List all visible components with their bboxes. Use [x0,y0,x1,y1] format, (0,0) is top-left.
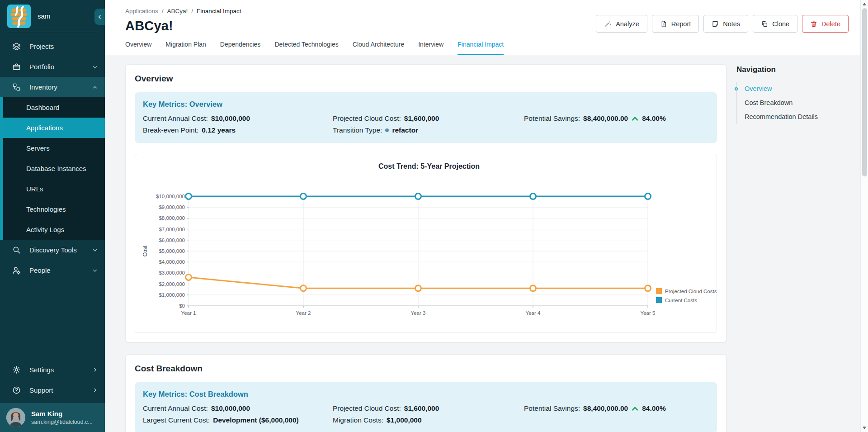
sidebar-item-portfolio[interactable]: Portfolio [0,57,105,77]
profile-text: Sam King sam.king@tidalcloud.c... [31,410,93,425]
sidebar-item-label: Inventory [29,83,57,91]
delete-label: Delete [821,20,840,28]
sidebar-collapse-button[interactable] [94,9,105,25]
active-section-dot [735,87,738,90]
tab-interview[interactable]: Interview [418,41,443,55]
delete-button[interactable]: Delete [802,15,849,33]
sidebar-item-discovery-tools[interactable]: Discovery Tools [0,240,105,260]
svg-text:$4,000,000: $4,000,000 [159,259,185,265]
svg-text:Year 3: Year 3 [411,310,426,316]
report-document-icon [660,20,667,28]
metric-potential-savings: Potential Savings:$8,400,000.00 84.00% [524,114,709,123]
clone-icon [761,20,768,28]
svg-text:$6,000,000: $6,000,000 [159,237,185,243]
hierarchy-icon [12,83,21,91]
layers-icon [12,42,21,51]
sidebar-item-servers[interactable]: Servers [3,138,105,158]
sidebar-item-activity-logs[interactable]: Activity Logs [3,219,105,240]
user-profile[interactable]: Sam King sam.king@tidalcloud.c... [0,403,105,432]
tab-dependencies[interactable]: Dependencies [220,41,261,55]
svg-text:$10,000,000: $10,000,000 [156,194,185,199]
sidebar-item-inventory[interactable]: Inventory [0,77,105,97]
sidebar-item-settings[interactable]: Settings [0,360,105,380]
sidebar-item-label: Discovery Tools [29,246,77,254]
analyze-button[interactable]: Analyze [596,15,647,33]
action-buttons: Analyze Report Notes Clone Delete [596,15,849,33]
sidebar-item-people[interactable]: People [0,260,105,280]
chevron-right-icon [92,387,98,393]
search-icon [12,246,21,254]
scrollbar-up-arrow[interactable] [863,3,866,5]
analyze-label: Analyze [616,20,639,28]
tab-cloud-architecture[interactable]: Cloud Architecture [353,41,404,55]
sidebar: sam Projects Portfolio Inventory Dashboa… [0,0,105,432]
tab-migration-plan[interactable]: Migration Plan [165,41,206,55]
tidal-logo [7,5,31,28]
profile-email: sam.king@tidalcloud.c... [31,419,93,425]
sidebar-item-support[interactable]: Support [0,380,105,400]
tab-detected-technologies[interactable]: Detected Technologies [274,41,338,55]
svg-text:$2,000,000: $2,000,000 [159,281,185,287]
scrollbar-thumb[interactable] [862,8,867,176]
page-header: Applications / ABCya! / Financial Impact… [105,0,860,55]
people-gear-icon [12,266,21,275]
page-nav-item-recommendation-details[interactable]: Recommendation Details [737,110,850,124]
cost-breakdown-section-card: Cost Breakdown Key Metrics: Cost Breakdo… [125,354,726,432]
overview-metrics-grid: Current Annual Cost:$10,000,000 Projecte… [143,114,709,134]
breadcrumb-app[interactable]: ABCya! [167,8,188,14]
svg-text:Projected Cloud Costs: Projected Cloud Costs [665,289,717,294]
metric-current-annual-cost: Current Annual Cost:$10,000,000 [143,404,333,413]
svg-text:Year 2: Year 2 [296,310,311,316]
cost-trend-chart-card: $0$1,000,000$2,000,000$3,000,000$4,000,0… [135,154,717,333]
sidebar-item-dashboard[interactable]: Dashboard [3,97,105,118]
metric-projected-cloud-cost: Projected Cloud Cost:$1,600,000 [333,114,524,123]
key-metrics-overview-panel: Key Metrics: Overview Current Annual Cos… [135,92,717,143]
profile-name: Sam King [31,410,93,418]
svg-text:$0: $0 [179,303,185,309]
page-navigation-heading: Navigation [736,65,850,74]
sidebar-item-label: Database Instances [26,165,86,172]
sidebar-item-urls[interactable]: URLs [3,179,105,199]
page-navigation-panel: Navigation Overview Cost Breakdown Recom… [736,64,850,124]
sidebar-item-label: Technologies [26,205,66,213]
sidebar-item-label: Portfolio [29,63,54,71]
breadcrumb-applications[interactable]: Applications [125,8,158,14]
report-label: Report [671,20,691,28]
help-icon [12,386,21,394]
chevron-down-icon [92,64,98,70]
sidebar-item-label: Activity Logs [26,226,64,233]
svg-text:Cost: Cost [142,245,148,256]
clone-button[interactable]: Clone [753,15,797,33]
sidebar-item-database-instances[interactable]: Database Instances [3,158,105,179]
page-nav-item-overview[interactable]: Overview [737,82,850,96]
svg-text:$3,000,000: $3,000,000 [159,270,185,275]
page-nav-item-cost-breakdown[interactable]: Cost Breakdown [737,96,850,110]
note-icon [712,20,719,28]
metric-migration-costs: Migration Costs:$1,000,000 [333,416,524,424]
chevron-up-icon [92,84,98,90]
tab-overview[interactable]: Overview [125,41,151,55]
svg-text:Year 1: Year 1 [181,310,196,316]
report-button[interactable]: Report [652,15,699,33]
transition-type-dot [385,128,389,132]
sidebar-item-applications[interactable]: Applications [3,118,105,138]
sidebar-item-projects[interactable]: Projects [0,36,105,57]
breadcrumb-separator: / [191,8,193,14]
sidebar-item-technologies[interactable]: Technologies [3,199,105,219]
scrollbar-down-arrow[interactable] [863,427,866,429]
workspace-name: sam [38,12,50,20]
sidebar-item-label: Servers [26,144,50,152]
cost-trend-chart: $0$1,000,000$2,000,000$3,000,000$4,000,0… [135,154,717,332]
overview-heading: Overview [135,74,717,84]
key-metrics-overview-title: Key Metrics: Overview [143,100,709,109]
svg-text:$7,000,000: $7,000,000 [159,227,185,232]
metric-break-even: Break-even Point:0.12 years [143,126,333,134]
chevron-left-icon [97,14,103,20]
notes-button[interactable]: Notes [703,15,748,33]
tab-bar: Overview Migration Plan Dependencies Det… [125,41,860,55]
tab-financial-impact[interactable]: Financial Impact [458,41,504,55]
notes-label: Notes [723,20,740,28]
gear-icon [12,366,21,374]
workspace-switcher[interactable]: sam [0,0,105,32]
vertical-scrollbar[interactable] [860,0,868,432]
